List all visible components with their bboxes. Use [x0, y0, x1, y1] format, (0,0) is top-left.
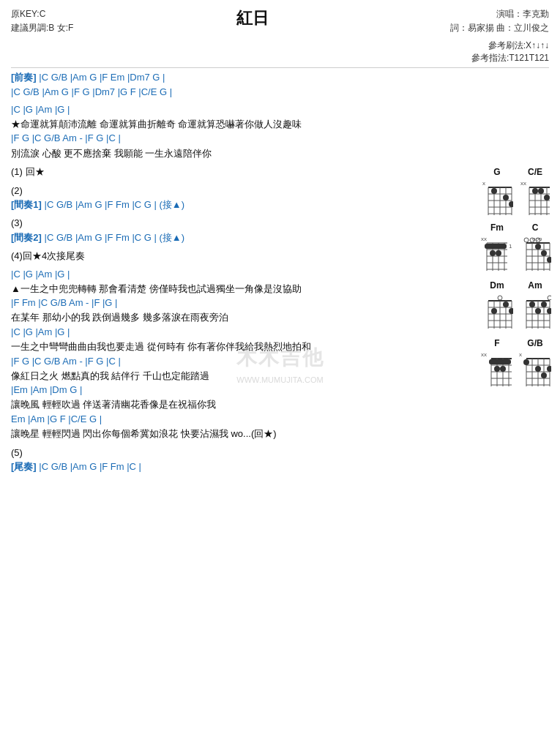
- svg-point-11: [491, 188, 497, 194]
- svg-text:xx: xx: [481, 351, 487, 358]
- svg-point-85: [541, 302, 547, 307]
- svg-point-40: [496, 250, 501, 256]
- verse2-lyric2: 在某年 那幼小的我 跌倒過幾多 幾多落淚在雨夜旁泊: [11, 310, 461, 325]
- header: 原KEY:C 建議男調:B 女:F 紅日 演唱：李克勤 詞：易家揚 曲：立川俊之: [11, 7, 549, 35]
- content-area: [前奏] |C G/B |Am G |F Em |Dm7 G | |C G/B …: [11, 71, 461, 473]
- key-suggest: 建議男調:B 女:F: [11, 21, 73, 35]
- verse2-chord6: Em |Am |G F |C/E G |: [11, 413, 461, 426]
- chord-c: C ooo: [519, 222, 551, 274]
- verse2-lyric6: 讓晚星 輕輕閃過 閃出你每個希冀如浪花 快要沾濕我 wo...(回★): [11, 427, 461, 441]
- svg-point-26: [544, 195, 550, 201]
- svg-point-98: [494, 366, 500, 372]
- svg-point-13: [509, 201, 513, 207]
- performer-label: 演唱：李克勤: [432, 7, 549, 21]
- outro-chords: |C G/B |Am G |F Fm |C |: [39, 461, 141, 472]
- interlude2-row: [間奏2] |C G/B |Am G |F Fm |C G | (接▲): [11, 231, 461, 244]
- chord-c-diagram: ooo: [519, 234, 551, 274]
- chord-fm: Fm xx 1: [481, 222, 513, 274]
- intro-chords1: |C G/B |Am G |F Em |Dm7 G |: [39, 72, 165, 83]
- svg-point-58: [498, 296, 502, 300]
- svg-point-99: [500, 366, 506, 372]
- verse2-section: |C |G |Am |G | ▲一生之中兜兜轉轉 那會看清楚 傍僅時我也試過獨坐…: [11, 268, 461, 441]
- section1-label: (1) 回★: [11, 165, 461, 179]
- svg-point-56: [541, 250, 547, 256]
- key-info: 原KEY:C 建議男調:B 女:F: [11, 7, 73, 35]
- chord-ce-diagram: xx: [519, 179, 551, 217]
- verse1-section: |C |G |Am |G | ★命運就算顛沛流離 命運就算曲折離奇 命運就算恐嚇…: [11, 103, 461, 160]
- svg-point-24: [532, 188, 538, 194]
- svg-point-71: [509, 308, 513, 314]
- intro-section: [前奏] |C G/B |Am G |F Em |Dm7 G | |C G/B …: [11, 71, 461, 98]
- chord-dm-diagram: [481, 292, 513, 332]
- chord-gb: G/B x: [519, 338, 551, 390]
- verse2-chord2: |F Fm |C G/B Am - |F |G |: [11, 296, 461, 310]
- chord-f-diagram: xx: [481, 350, 513, 390]
- svg-rect-38: [485, 244, 507, 249]
- verse2-chord1: |C |G |Am |G |: [11, 268, 461, 281]
- svg-point-69: [491, 308, 497, 314]
- svg-text:xx: xx: [481, 236, 487, 242]
- section1: (1) 回★: [11, 165, 461, 179]
- key-original: 原KEY:C: [11, 7, 73, 21]
- interlude2-chords: |C G/B |Am G |F Fm |C G | (接▲): [45, 232, 185, 243]
- verse2-lyric3: 一生之中彎彎曲曲由我也要走過 從何時有 你有著你伴我給我熱烈地拍和: [11, 340, 461, 354]
- chord-am: Am: [519, 280, 551, 332]
- chord-pair-3: Dm Am: [481, 280, 551, 332]
- svg-point-39: [490, 250, 496, 256]
- section2: (2) [間奏1] |C G/B |Am G |F Fm |C G | (接▲): [11, 184, 461, 212]
- strum1: 參考刷法:X↑↓↑↓: [11, 40, 549, 52]
- title-area: 紅日: [73, 7, 432, 29]
- section5: (5) [尾奏] |C G/B |Am G |F Fm |C |: [11, 446, 461, 474]
- section5-label: (5): [11, 446, 461, 460]
- svg-point-72: [548, 296, 551, 300]
- divider-top: [11, 67, 549, 68]
- svg-text:xx: xx: [520, 180, 526, 187]
- performer-area: 演唱：李克勤 詞：易家揚 曲：立川俊之: [432, 7, 549, 35]
- svg-text:1: 1: [509, 243, 512, 250]
- intro-line2: |C G/B |Am G |F G |Dm7 |G F |C/E G |: [11, 86, 461, 99]
- svg-point-83: [529, 302, 535, 307]
- chord-fm-diagram: xx 1: [481, 234, 513, 274]
- chord-dm: Dm: [481, 280, 513, 332]
- chord-g: G x: [481, 167, 513, 217]
- verse2-lyric4: 像紅日之火 燃點真的我 結伴行 千山也定能踏過: [11, 369, 461, 383]
- chord-g-diagram: x: [481, 179, 513, 217]
- verse2-chord4: |F G |C G/B Am - |F G |C |: [11, 355, 461, 368]
- svg-point-52: [524, 238, 529, 242]
- svg-point-55: [535, 244, 541, 250]
- verse2-chord3: |C |G |Am |G |: [11, 326, 461, 339]
- chord-ce: C/E xx: [519, 167, 551, 217]
- intro-line1: [前奏] |C G/B |Am G |F Em |Dm7 G |: [11, 71, 461, 84]
- strum2: 參考指法:T121T121: [11, 52, 549, 64]
- interlude2-label: [間奏2]: [11, 232, 42, 243]
- chord-pair-4: F xx G/B x: [481, 338, 551, 390]
- verse1-lyric2: 別流淚 心酸 更不應捨棄 我願能 一生永遠陪伴你: [11, 146, 461, 161]
- chord-am-diagram: [519, 292, 551, 332]
- svg-point-12: [503, 195, 509, 201]
- svg-point-70: [503, 302, 509, 307]
- section4: (4)回★4次接尾奏: [11, 249, 461, 263]
- interlude1-chords: |C G/B |Am G |F Fm |C G | (接▲): [45, 199, 185, 210]
- verse1-chord2: |F G |C G/B Am - |F G |C |: [11, 132, 461, 145]
- svg-point-84: [535, 308, 541, 314]
- svg-point-114: [547, 366, 551, 372]
- chord-pair-1: G x C/E: [481, 167, 551, 217]
- svg-point-86: [547, 308, 551, 314]
- svg-point-112: [535, 366, 541, 372]
- svg-point-57: [547, 257, 551, 263]
- intro-label: [前奏]: [11, 72, 37, 83]
- interlude1-label: [間奏1]: [11, 199, 42, 210]
- svg-rect-97: [489, 359, 511, 364]
- verse1-chord1: |C |G |Am |G |: [11, 103, 461, 116]
- svg-text:x: x: [482, 180, 485, 187]
- section3-label: (3): [11, 216, 461, 231]
- intro-chords2: |C G/B |Am G |F G |Dm7 |G F |C/E G |: [11, 86, 172, 97]
- verse2-lyric5: 讓晚風 輕輕吹過 伴送著清幽花香像是在祝福你我: [11, 397, 461, 412]
- section2-label: (2): [11, 184, 461, 198]
- interlude1-row: [間奏1] |C G/B |Am G |F Fm |C G | (接▲): [11, 198, 461, 211]
- svg-text:x: x: [519, 351, 522, 358]
- verse1-lyric1: ★命運就算顛沛流離 命運就算曲折離奇 命運就算恐嚇著你做人沒趣味: [11, 117, 461, 132]
- strum-info: 參考刷法:X↑↓↑↓ 參考指法:T121T121: [11, 40, 549, 64]
- outro-label: [尾奏]: [11, 461, 37, 472]
- chord-pair-2: Fm xx 1 C: [481, 222, 551, 274]
